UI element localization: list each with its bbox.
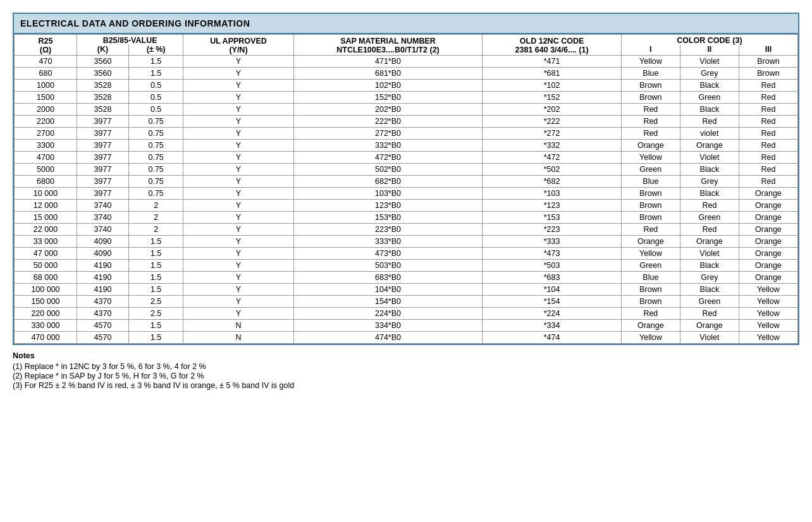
main-table-wrapper: ELECTRICAL DATA AND ORDERING INFORMATION…: [13, 13, 799, 345]
cell-tol: 0.75: [129, 152, 183, 164]
cell-color1: Orange: [621, 236, 680, 248]
cell-b: 3977: [77, 164, 128, 176]
table-row: 2700 3977 0.75 Y 272*B0 *272 Red violet …: [15, 128, 798, 140]
cell-ul: Y: [183, 128, 294, 140]
cell-ul: Y: [183, 188, 294, 200]
header-color-code: COLOR CODE (3): [621, 35, 797, 46]
cell-nc: *333: [483, 236, 622, 248]
cell-color1: Yellow: [621, 248, 680, 260]
cell-color3: Red: [739, 152, 797, 164]
table-body: 470 3560 1.5 Y 471*B0 *471 Yellow Violet…: [15, 56, 798, 344]
cell-r25: 47 000: [15, 248, 77, 260]
cell-ul: Y: [183, 80, 294, 92]
cell-r25: 470 000: [15, 332, 77, 344]
table-row: 33 000 4090 1.5 Y 333*B0 *333 Orange Ora…: [15, 236, 798, 248]
cell-r25: 220 000: [15, 308, 77, 320]
cell-color3: Red: [739, 92, 797, 104]
cell-color2: Grey: [680, 272, 739, 284]
cell-tol: 0.75: [129, 140, 183, 152]
cell-color2: Violet: [680, 332, 739, 344]
cell-color2: Grey: [680, 176, 739, 188]
cell-color2: violet: [680, 128, 739, 140]
cell-tol: 1.5: [129, 56, 183, 68]
cell-nc: *202: [483, 104, 622, 116]
cell-r25: 3300: [15, 140, 77, 152]
cell-color1: Red: [621, 224, 680, 236]
table-row: 10 000 3977 0.75 Y 103*B0 *103 Brown Bla…: [15, 188, 798, 200]
cell-color1: Brown: [621, 200, 680, 212]
note-1: (1) Replace * in 12NC by 3 for 5 %, 6 fo…: [13, 362, 799, 371]
cell-tol: 0.75: [129, 176, 183, 188]
cell-ul: N: [183, 332, 294, 344]
cell-ul: Y: [183, 248, 294, 260]
cell-color3: Yellow: [739, 296, 797, 308]
cell-nc: *222: [483, 116, 622, 128]
cell-r25: 50 000: [15, 260, 77, 272]
table-title: ELECTRICAL DATA AND ORDERING INFORMATION: [14, 14, 798, 34]
cell-sap: 333*B0: [293, 236, 483, 248]
cell-color1: Red: [621, 116, 680, 128]
cell-tol: 0.75: [129, 188, 183, 200]
cell-color2: Black: [680, 188, 739, 200]
cell-sap: 224*B0: [293, 308, 483, 320]
cell-r25: 2200: [15, 116, 77, 128]
cell-color1: Green: [621, 164, 680, 176]
cell-ul: Y: [183, 92, 294, 104]
table-row: 2000 3528 0.5 Y 202*B0 *202 Red Black Re…: [15, 104, 798, 116]
cell-b: 4090: [77, 236, 128, 248]
cell-color3: Orange: [739, 260, 797, 272]
cell-tol: 1.5: [129, 272, 183, 284]
cell-color1: Blue: [621, 68, 680, 80]
cell-color2: Grey: [680, 68, 739, 80]
cell-b: 4090: [77, 248, 128, 260]
cell-r25: 470: [15, 56, 77, 68]
cell-r25: 22 000: [15, 224, 77, 236]
cell-ul: Y: [183, 272, 294, 284]
cell-color2: Green: [680, 92, 739, 104]
cell-color1: Yellow: [621, 332, 680, 344]
cell-b: 3560: [77, 68, 128, 80]
cell-ul: Y: [183, 296, 294, 308]
cell-color3: Orange: [739, 188, 797, 200]
cell-b: 4370: [77, 296, 128, 308]
cell-color3: Yellow: [739, 284, 797, 296]
cell-tol: 2.5: [129, 296, 183, 308]
cell-nc: *472: [483, 152, 622, 164]
cell-nc: *502: [483, 164, 622, 176]
cell-ul: Y: [183, 200, 294, 212]
cell-nc: *473: [483, 248, 622, 260]
cell-nc: *224: [483, 308, 622, 320]
cell-tol: 2: [129, 212, 183, 224]
cell-sap: 683*B0: [293, 272, 483, 284]
table-row: 1000 3528 0.5 Y 102*B0 *102 Brown Black …: [15, 80, 798, 92]
cell-color2: Black: [680, 104, 739, 116]
cell-ul: Y: [183, 176, 294, 188]
cell-sap: 474*B0: [293, 332, 483, 344]
table-row: 220 000 4370 2.5 Y 224*B0 *224 Red Red Y…: [15, 308, 798, 320]
cell-tol: 0.75: [129, 116, 183, 128]
cell-color3: Yellow: [739, 320, 797, 332]
cell-nc: *153: [483, 212, 622, 224]
cell-ul: Y: [183, 140, 294, 152]
cell-color3: Red: [739, 140, 797, 152]
cell-color2: Violet: [680, 56, 739, 68]
cell-tol: 1.5: [129, 68, 183, 80]
cell-b: 3977: [77, 188, 128, 200]
cell-b: 3977: [77, 116, 128, 128]
cell-sap: 471*B0: [293, 56, 483, 68]
cell-b: 4370: [77, 308, 128, 320]
header-b-tol: (± %): [129, 45, 183, 56]
cell-ul: Y: [183, 236, 294, 248]
cell-ul: Y: [183, 56, 294, 68]
cell-color2: Orange: [680, 320, 739, 332]
cell-nc: *272: [483, 128, 622, 140]
table-row: 100 000 4190 1.5 Y 104*B0 *104 Brown Bla…: [15, 284, 798, 296]
cell-sap: 332*B0: [293, 140, 483, 152]
cell-color3: Yellow: [739, 332, 797, 344]
cell-sap: 202*B0: [293, 104, 483, 116]
cell-sap: 102*B0: [293, 80, 483, 92]
table-row: 5000 3977 0.75 Y 502*B0 *502 Green Black…: [15, 164, 798, 176]
cell-r25: 33 000: [15, 236, 77, 248]
cell-color2: Black: [680, 260, 739, 272]
cell-color2: Green: [680, 296, 739, 308]
